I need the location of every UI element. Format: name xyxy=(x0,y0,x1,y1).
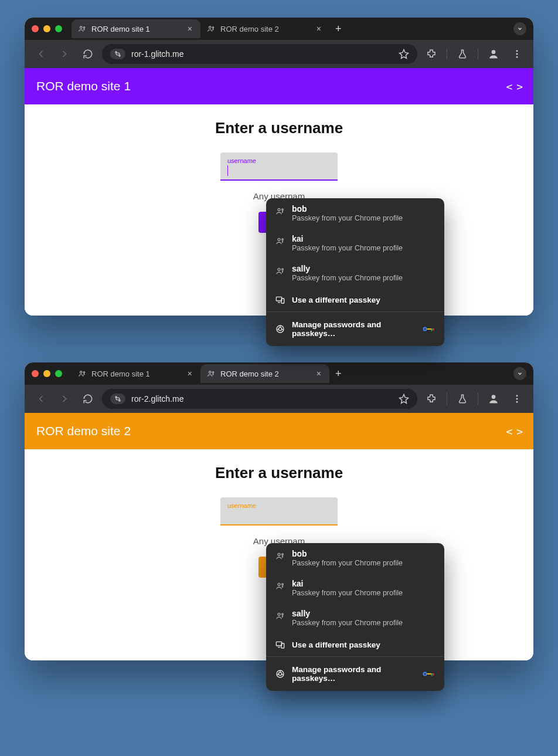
minimize-window-icon[interactable] xyxy=(43,25,50,32)
maximize-window-icon[interactable] xyxy=(55,25,62,32)
titlebar: ROR demo site 1 × ROR demo site 2 × + xyxy=(25,18,533,40)
passkey-icon xyxy=(275,611,285,621)
extensions-button[interactable] xyxy=(422,45,441,63)
passkey-option[interactable]: bob Passkey from your Chrome profile xyxy=(266,543,444,573)
separator xyxy=(478,393,478,405)
page-content: Enter a username username Any usernam bo… xyxy=(25,449,533,660)
username-field[interactable]: username xyxy=(220,497,338,526)
site-info-button[interactable] xyxy=(110,49,125,59)
bookmark-star-icon[interactable] xyxy=(399,49,409,59)
profile-button[interactable] xyxy=(484,45,503,63)
forward-button[interactable] xyxy=(55,389,74,408)
extensions-button[interactable] xyxy=(422,389,441,408)
svg-point-28 xyxy=(212,372,213,373)
titlebar: ROR demo site 1 × ROR demo site 2 × + xyxy=(25,362,533,385)
svg-point-36 xyxy=(282,554,284,555)
passkey-sub: Passkey from your Chrome profile xyxy=(292,214,403,222)
passkey-sub: Passkey from your Chrome profile xyxy=(292,244,403,252)
tab-close-icon[interactable]: × xyxy=(188,369,192,378)
menu-button[interactable] xyxy=(508,389,526,408)
alt-label: Use a different passkey xyxy=(292,296,380,304)
svg-point-7 xyxy=(516,50,518,52)
profile-button[interactable] xyxy=(484,389,503,408)
passkey-name: sally xyxy=(292,609,403,618)
tab-1[interactable]: ROR demo site 1 × xyxy=(72,19,200,38)
tab-overflow-button[interactable] xyxy=(513,367,526,380)
back-button[interactable] xyxy=(32,45,50,63)
maximize-window-icon[interactable] xyxy=(55,370,62,377)
traffic-lights xyxy=(32,370,62,377)
manage-passwords[interactable]: Manage passwords and passkeys… xyxy=(266,657,444,691)
banner-title: ROR demo site 1 xyxy=(36,79,131,93)
new-tab-button[interactable]: + xyxy=(329,23,348,35)
browser-window-2: ROR demo site 1 × ROR demo site 2 × + xyxy=(25,362,533,660)
back-button[interactable] xyxy=(32,389,50,408)
address-bar[interactable]: ror-1.glitch.me xyxy=(102,44,417,64)
menu-button[interactable] xyxy=(508,45,526,63)
browser-window-1: ROR demo site 1 × ROR demo site 2 × + xyxy=(25,18,533,316)
passkey-name: sally xyxy=(292,264,403,273)
svg-point-31 xyxy=(492,395,496,399)
devices-icon xyxy=(275,640,285,649)
code-brackets-icon[interactable]: < > xyxy=(506,80,522,93)
svg-point-5 xyxy=(119,55,120,56)
labs-button[interactable] xyxy=(453,389,472,408)
forward-button[interactable] xyxy=(55,45,74,63)
svg-rect-23 xyxy=(431,328,433,331)
password-key-icon xyxy=(422,325,435,333)
passkey-option[interactable]: kai Passkey from your Chrome profile xyxy=(266,228,444,258)
tab-2[interactable]: ROR demo site 2 × xyxy=(200,364,329,383)
passkey-option[interactable]: sally Passkey from your Chrome profile xyxy=(266,603,444,633)
svg-rect-48 xyxy=(431,673,433,676)
svg-rect-41 xyxy=(276,642,281,646)
tab-1[interactable]: ROR demo site 1 × xyxy=(72,364,200,383)
passkey-name: bob xyxy=(292,204,403,213)
svg-point-4 xyxy=(115,52,117,53)
site-info-button[interactable] xyxy=(110,394,125,404)
svg-rect-49 xyxy=(433,673,434,676)
tab-close-icon[interactable]: × xyxy=(188,24,192,33)
new-tab-button[interactable]: + xyxy=(329,368,348,380)
svg-point-14 xyxy=(278,268,280,270)
passkey-sub: Passkey from your Chrome profile xyxy=(292,559,403,567)
minimize-window-icon[interactable] xyxy=(43,370,50,377)
use-different-passkey[interactable]: Use a different passkey xyxy=(266,288,444,311)
passkey-option[interactable]: kai Passkey from your Chrome profile xyxy=(266,573,444,603)
passkey-name: kai xyxy=(292,234,403,243)
address-bar[interactable]: ror-2.glitch.me xyxy=(102,389,417,409)
svg-point-27 xyxy=(209,371,212,374)
passkey-option[interactable]: sally Passkey from your Chrome profile xyxy=(266,258,444,288)
bookmark-star-icon[interactable] xyxy=(399,394,409,404)
reload-button[interactable] xyxy=(79,45,97,63)
tab-title: ROR demo site 1 xyxy=(91,25,150,33)
svg-point-13 xyxy=(282,239,284,240)
text-caret xyxy=(227,165,228,176)
svg-point-32 xyxy=(516,395,518,396)
passkey-favicon-icon xyxy=(77,369,87,378)
svg-point-38 xyxy=(282,584,284,585)
username-field[interactable]: username xyxy=(220,152,338,181)
separator xyxy=(478,48,478,60)
tab-strip: ROR demo site 1 × ROR demo site 2 × + xyxy=(72,362,526,385)
separator xyxy=(447,48,447,60)
tab-title: ROR demo site 2 xyxy=(220,25,279,33)
passkey-option[interactable]: bob Passkey from your Chrome profile xyxy=(266,198,444,228)
reload-button[interactable] xyxy=(79,389,97,408)
close-window-icon[interactable] xyxy=(32,370,39,377)
tab-overflow-button[interactable] xyxy=(513,22,526,35)
manage-passwords[interactable]: Manage passwords and passkeys… xyxy=(266,312,444,346)
chrome-icon xyxy=(275,324,285,334)
tab-2[interactable]: ROR demo site 2 × xyxy=(200,19,329,38)
toolbar: ror-1.glitch.me xyxy=(25,40,533,68)
labs-button[interactable] xyxy=(453,45,472,63)
svg-point-37 xyxy=(278,583,280,585)
tab-close-icon[interactable]: × xyxy=(317,369,321,378)
page-heading: Enter a username xyxy=(25,464,533,482)
use-different-passkey[interactable]: Use a different passkey xyxy=(266,633,444,656)
code-brackets-icon[interactable]: < > xyxy=(506,425,522,438)
passkey-sub: Passkey from your Chrome profile xyxy=(292,274,403,282)
svg-point-30 xyxy=(119,400,120,401)
tab-close-icon[interactable]: × xyxy=(317,24,321,33)
text-caret xyxy=(227,510,331,521)
close-window-icon[interactable] xyxy=(32,25,39,32)
